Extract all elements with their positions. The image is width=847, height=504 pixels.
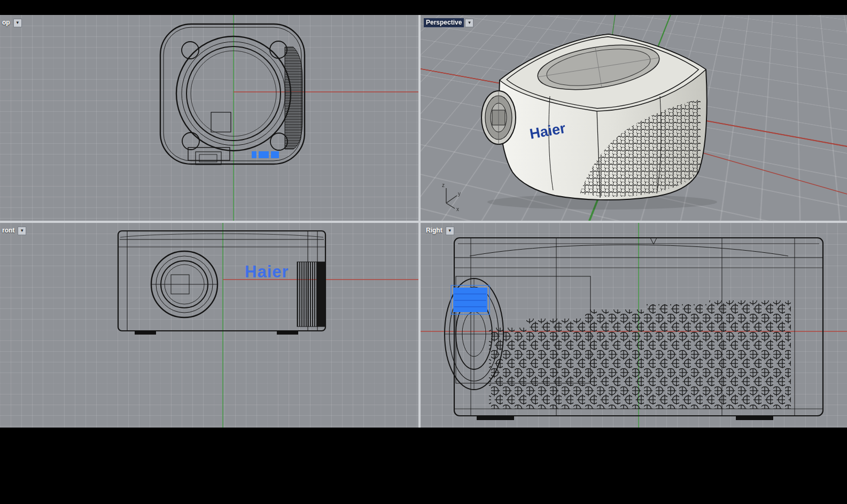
viewport-right-label[interactable]: Right (424, 226, 445, 235)
chevron-down-icon[interactable]: ▾ (446, 227, 454, 235)
top-bar (0, 0, 847, 15)
viewport-top-label[interactable]: op (0, 18, 12, 27)
device-top-view[interactable] (160, 24, 305, 165)
viewport-top[interactable]: op ▾ (0, 15, 418, 221)
viewport-right[interactable]: Right ▾ (421, 223, 847, 428)
vent-grille-front[interactable] (297, 262, 317, 327)
lens-3d[interactable] (481, 91, 516, 144)
viewport-perspective[interactable]: Haier z y x Perspective ▾ (421, 15, 847, 221)
foot-left (477, 416, 514, 420)
viewport-front-label[interactable]: ront (0, 226, 17, 235)
front-view-canvas[interactable]: Haier (0, 223, 418, 428)
viewport-perspective-label[interactable]: Perspective (424, 18, 464, 27)
perforation-grille-right[interactable] (489, 300, 791, 409)
gizmo-x-label: x (456, 206, 459, 212)
chevron-down-icon[interactable]: ▾ (465, 19, 473, 27)
foot-right (736, 416, 773, 420)
viewport-perspective-title[interactable]: Perspective ▾ (424, 18, 473, 27)
device-3d-model[interactable]: Haier (481, 34, 707, 200)
viewport-right-title[interactable]: Right ▾ (424, 226, 454, 235)
cplane-axis-gizmo: z y x (432, 180, 464, 212)
device-right-view[interactable] (445, 238, 823, 420)
device-front-view[interactable] (118, 231, 325, 335)
selected-object-right[interactable] (451, 285, 489, 314)
brand-logo-front[interactable]: Haier (245, 262, 289, 281)
viewport-front[interactable]: ront ▾ (0, 223, 418, 428)
perspective-canvas[interactable]: Haier (421, 15, 847, 221)
chevron-down-icon[interactable]: ▾ (13, 19, 22, 27)
foot-left (135, 331, 156, 335)
top-view-canvas[interactable] (0, 15, 418, 221)
foot-right (277, 331, 298, 335)
selected-objects-top[interactable] (252, 151, 279, 158)
chevron-down-icon[interactable]: ▾ (18, 227, 26, 235)
construction-axes-top (234, 15, 418, 221)
gizmo-z-label: z (442, 182, 445, 188)
viewport-divider-horizontal[interactable] (0, 221, 847, 223)
lens-front[interactable] (151, 251, 217, 317)
viewport-front-title[interactable]: ront ▾ (0, 226, 26, 235)
right-view-canvas[interactable] (421, 223, 847, 428)
vent-hatch-top[interactable] (285, 47, 302, 149)
cad-application-window: op ▾ (0, 0, 847, 504)
gizmo-y-label: y (458, 191, 461, 197)
bottom-panel (0, 428, 847, 504)
viewport-top-title[interactable]: op ▾ (0, 18, 22, 27)
